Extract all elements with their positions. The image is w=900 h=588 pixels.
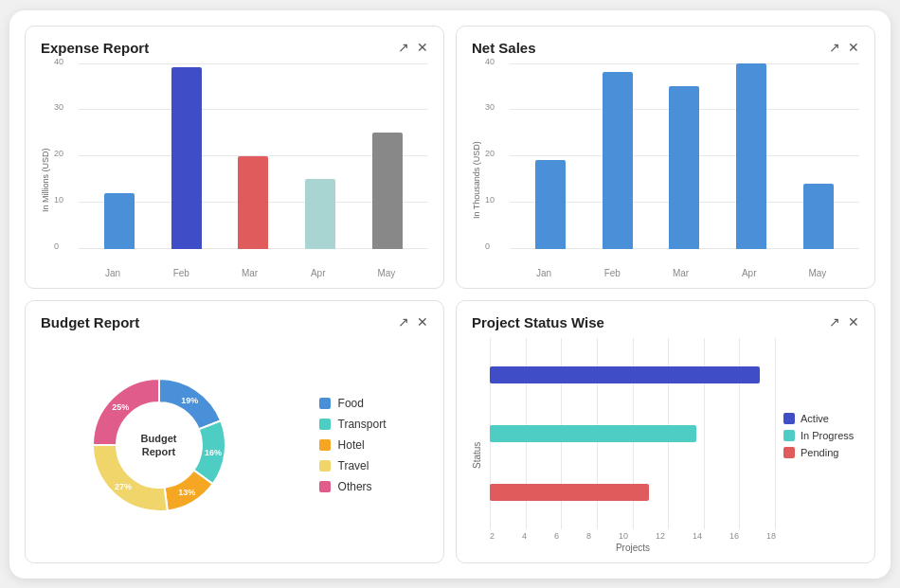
y-axis-label: In Millions (USD): [41, 63, 50, 278]
h-bar: [490, 484, 649, 501]
bar-item: [718, 63, 785, 249]
expense-report-card: Expense Report ↗ ✕ In Millions (USD)4030…: [25, 26, 444, 289]
net-sales-title: Net Sales: [472, 40, 536, 56]
svg-text:25%: 25%: [112, 402, 129, 412]
h-x-axis-title: Projects: [490, 543, 776, 553]
bar: [535, 160, 566, 248]
project-legend-label: In Progress: [801, 430, 854, 441]
h-bar-row: [490, 482, 776, 503]
svg-text:13%: 13%: [178, 488, 195, 497]
net-sales-chart: In Thousands (USD)403020100JanFebMarAprM…: [472, 63, 859, 278]
project-legend-dot: [783, 430, 795, 441]
net-sales-close-icon[interactable]: ✕: [848, 40, 859, 55]
bar-item: [287, 63, 354, 249]
svg-text:19%: 19%: [181, 396, 198, 405]
project-status-chart: Status24681012141618ProjectsActiveIn Pro…: [472, 338, 859, 553]
expense-report-title: Expense Report: [41, 40, 149, 56]
project-legend-dot: [783, 413, 795, 424]
project-legend-label: Active: [801, 413, 829, 424]
x-label: Mar: [215, 268, 283, 278]
h-x-tick-label: 10: [619, 531, 628, 541]
h-x-tick-label: 2: [490, 531, 495, 541]
x-label: May: [783, 268, 852, 278]
h-bar: [490, 366, 760, 383]
budget-report-header: Budget Report ↗ ✕: [41, 314, 428, 330]
x-label: Feb: [578, 268, 646, 278]
svg-text:16%: 16%: [205, 448, 222, 457]
legend-label: Transport: [338, 418, 387, 431]
net-sales-expand-icon[interactable]: ↗: [829, 40, 840, 55]
legend-color-dot: [319, 419, 331, 430]
project-status-expand-icon[interactable]: ↗: [829, 314, 840, 330]
project-legend-item: Active: [783, 413, 859, 424]
bar-item: [784, 63, 852, 249]
project-legend-item: Pending: [783, 447, 859, 458]
h-x-tick-label: 14: [693, 531, 702, 541]
expense-report-expand-icon[interactable]: ↗: [398, 40, 409, 55]
bar: [803, 184, 834, 249]
expense-report-header: Expense Report ↗ ✕: [41, 40, 428, 56]
h-y-axis-label: Status: [472, 338, 482, 553]
bar-item: [651, 63, 718, 249]
legend-color-dot: [319, 439, 331, 451]
legend-item: Hotel: [319, 438, 387, 452]
project-status-header: Project Status Wise ↗ ✕: [472, 314, 859, 330]
bar: [104, 193, 135, 249]
project-status-actions: ↗ ✕: [829, 314, 859, 330]
donut-chart: 19%16%13%27%25% BudgetReport: [83, 369, 235, 521]
project-legend-label: Pending: [801, 447, 838, 458]
budget-report-close-icon[interactable]: ✕: [417, 314, 428, 330]
budget-legend: FoodTransportHotelTravelOthers: [319, 397, 387, 493]
net-sales-actions: ↗ ✕: [829, 40, 859, 55]
bar-item: [585, 63, 652, 249]
bar: [238, 156, 268, 249]
budget-report-actions: ↗ ✕: [398, 314, 428, 330]
h-x-tick-label: 6: [554, 531, 559, 541]
expense-report-actions: ↗ ✕: [398, 40, 428, 55]
project-status-close-icon[interactable]: ✕: [848, 314, 859, 330]
bar: [171, 67, 202, 248]
bar: [603, 72, 633, 248]
x-label: Apr: [715, 268, 783, 278]
expense-report-close-icon[interactable]: ✕: [417, 40, 428, 55]
x-label: Feb: [147, 268, 215, 278]
legend-label: Travel: [338, 459, 369, 472]
h-bar-row: [490, 365, 776, 385]
legend-color-dot: [319, 398, 331, 409]
h-bar: [490, 425, 696, 442]
bar-item: [220, 63, 287, 249]
budget-report-card: Budget Report ↗ ✕ 19%16%13%27%25% Budget…: [25, 300, 444, 563]
bar: [669, 86, 699, 249]
h-x-tick-label: 8: [586, 531, 591, 541]
net-sales-header: Net Sales ↗ ✕: [472, 40, 859, 56]
x-label: Mar: [646, 268, 714, 278]
project-legend-item: In Progress: [783, 430, 859, 441]
budget-chart-area: 19%16%13%27%25% BudgetReport FoodTranspo…: [41, 338, 428, 553]
legend-item: Travel: [319, 459, 387, 472]
x-label: Apr: [284, 268, 352, 278]
bar: [305, 179, 335, 249]
bar-item: [353, 63, 421, 249]
legend-label: Hotel: [338, 438, 365, 452]
svg-text:27%: 27%: [114, 482, 131, 491]
bar-item: [86, 63, 153, 249]
budget-report-expand-icon[interactable]: ↗: [398, 314, 409, 330]
project-status-card: Project Status Wise ↗ ✕ Status2468101214…: [456, 300, 875, 563]
y-axis-label: In Thousands (USD): [472, 63, 481, 278]
legend-color-dot: [319, 460, 331, 472]
h-x-tick-label: 12: [656, 531, 665, 541]
h-x-tick-label: 16: [729, 531, 739, 541]
bar: [372, 133, 403, 249]
dashboard: Expense Report ↗ ✕ In Millions (USD)4030…: [9, 10, 891, 579]
bar-item: [517, 63, 585, 249]
project-legend-dot: [783, 447, 795, 458]
legend-label: Food: [338, 397, 364, 410]
bar-item: [153, 63, 221, 249]
legend-item: Food: [319, 397, 387, 410]
x-label: Jan: [510, 268, 578, 278]
bar: [736, 63, 766, 249]
legend-label: Others: [338, 480, 372, 493]
expense-report-chart: In Millions (USD)403020100JanFebMarAprMa…: [41, 63, 428, 278]
legend-item: Transport: [319, 418, 387, 431]
project-status-title: Project Status Wise: [472, 314, 604, 330]
